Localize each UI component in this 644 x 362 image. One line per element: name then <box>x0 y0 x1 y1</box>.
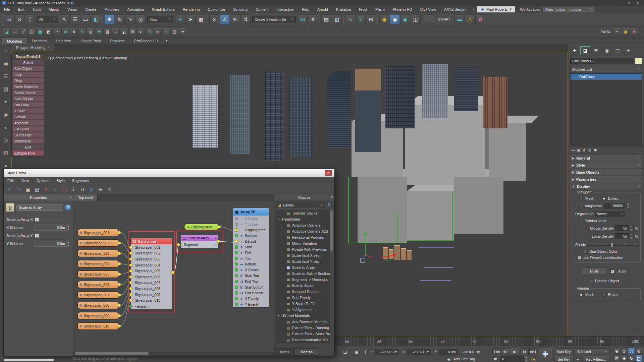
menu-item[interactable]: Krakatoa <box>332 7 355 11</box>
rappatools-button[interactable]: Select <box>12 60 44 65</box>
rollout-header-display[interactable]: ▼ Display ⠿ <box>570 183 643 189</box>
toolbar-icon[interactable]: ⊘ <box>14 14 24 24</box>
input-port[interactable] <box>235 268 238 272</box>
input-port[interactable] <box>235 291 238 295</box>
local-density-field[interactable]: 50 <box>615 233 629 239</box>
macro-list-item[interactable]: ▤ Hexagonal Padding <box>276 234 333 240</box>
x-subtract-field[interactable]: 0.0m <box>35 225 67 231</box>
input-port[interactable] <box>235 240 238 243</box>
input-port[interactable] <box>235 274 238 277</box>
spinner-arrows[interactable]: ▲▼ <box>67 225 70 231</box>
minimize-button[interactable]: ─ <box>614 1 623 6</box>
auto-key-button[interactable]: Auto Key <box>554 348 574 355</box>
menu-item[interactable]: Animation <box>123 7 148 11</box>
use-directx-checkbox[interactable]: ✓ <box>577 256 581 260</box>
railclone-box[interactable] <box>454 177 503 234</box>
explorer-icon[interactable]: ▥ <box>332 14 342 24</box>
transform-tool-icon[interactable]: ⇲ <box>125 14 135 24</box>
command-panel-tab[interactable]: ▢ <box>612 46 623 55</box>
macro-list-item[interactable]: ▤ Adv Random Material <box>276 319 333 325</box>
explorer-icon[interactable]: ▤ <box>321 14 331 24</box>
editor-icon[interactable]: ⊻ <box>356 14 366 24</box>
toolbar-icon[interactable]: ✿ <box>475 14 485 24</box>
left-strip-icon[interactable]: ◔ <box>1 47 10 55</box>
viewport-nav-icon[interactable]: ↻ <box>628 355 635 362</box>
rollout-header[interactable]: ▶ Base Objects ⠿ <box>570 169 643 175</box>
key-filters-button[interactable]: Key Filters... <box>582 356 610 362</box>
style-editor-titlebar[interactable]: Style Editor ✕ <box>4 169 334 177</box>
left-strip-icon[interactable]: ◉ <box>1 111 10 119</box>
skyscraper-model[interactable] <box>289 77 312 157</box>
skyscraper-model[interactable] <box>355 69 381 152</box>
disable-object-checkbox[interactable] <box>590 279 593 283</box>
y-coordinate-field[interactable]: -29.8719m <box>407 349 431 355</box>
rappatools-button[interactable]: Shrink Select <box>12 90 44 96</box>
viewport-label[interactable]: [+] [Perspective] [User Defined] [Defaul… <box>47 56 127 60</box>
macro-list-item[interactable]: ▤ Triangle Stacker <box>276 210 333 216</box>
ribbon-tab[interactable]: Freeform <box>27 38 52 44</box>
degrade-to-select[interactable]: Boxes▼ <box>595 211 625 217</box>
toolbar-icon[interactable]: ▬ <box>454 14 465 24</box>
toolbar-icon[interactable]: ⋈ <box>298 14 308 24</box>
prev-frame-button[interactable]: ◀❙ <box>501 348 509 355</box>
key-brush-icon[interactable]: ⌁ <box>575 355 580 362</box>
go-to-start-button[interactable]: ❙◀◀ <box>492 348 500 355</box>
ribbon-tool-icon[interactable]: ▦ <box>36 28 44 36</box>
node-canvas[interactable]: ❖ Skyscraper_001 ❖ Skyscraper_002 ❖ Skys… <box>73 201 274 352</box>
object-name-field[interactable]: RailClone002 <box>570 58 633 64</box>
output-port[interactable] <box>118 293 121 297</box>
macro-list-item[interactable]: ▤ Extract Tiles - Running... <box>276 325 333 331</box>
frame-spinner[interactable]: ▲▼ <box>524 356 528 362</box>
style-editor-tool-icon[interactable]: ↻ <box>87 185 95 193</box>
output-port[interactable] <box>118 324 121 328</box>
skyscraper-model[interactable] <box>385 66 415 128</box>
menu-item[interactable]: Prism <box>371 7 389 11</box>
style-editor-tool-icon[interactable]: ✓ <box>51 185 59 193</box>
viewport-nav-icon[interactable]: ⊕ <box>613 348 620 355</box>
transform-tool-icon[interactable]: ↻ <box>115 14 125 24</box>
ribbon-tool-icon[interactable]: ↯ <box>70 28 78 36</box>
toolbar-icon[interactable]: ∞ <box>4 14 14 24</box>
selection-filter-select[interactable]: All▼ <box>37 16 58 23</box>
render-icon[interactable]: ◉ <box>400 14 410 24</box>
input-port[interactable] <box>235 257 238 260</box>
style-editor-tool-icon[interactable]: ≣ <box>105 185 113 193</box>
segment-source-node[interactable]: ❖ Skyscraper_009 <box>77 312 119 319</box>
use-object-color-checkbox[interactable] <box>584 250 588 253</box>
ribbon-tab[interactable]: Selection <box>51 38 76 44</box>
rappatools-button[interactable]: Edit <box>12 144 44 150</box>
output-port[interactable] <box>118 273 121 276</box>
toolbar-icon[interactable]: ➤ <box>185 14 196 24</box>
maximize-button[interactable]: ❒ <box>624 1 633 6</box>
frame-step-arrows[interactable]: ◀▶ <box>493 357 498 360</box>
render-mesh-radio[interactable] <box>579 293 583 297</box>
macro-list-item[interactable]: ▤ Stepped Rotation <box>276 289 333 295</box>
menu-item[interactable]: Group <box>45 7 63 11</box>
stack-tool-icon[interactable]: ✱ <box>593 148 597 153</box>
snap-icon[interactable]: % <box>230 14 240 24</box>
ribbon-tool-icon[interactable]: ▢ <box>28 28 36 36</box>
menu-item[interactable]: Arnold <box>313 7 332 11</box>
macro-scrollbar[interactable] <box>330 210 333 343</box>
viewport-nav-icon[interactable]: ◱ <box>635 355 642 362</box>
rappatools-button[interactable]: Editable Poly <box>12 150 44 156</box>
para-icon[interactable]: ◉ <box>622 28 630 36</box>
ribbon-tool-icon[interactable]: ◢ <box>3 28 11 36</box>
macro-list-item[interactable]: ▾ UV and Materials <box>276 313 333 319</box>
menu-item[interactable]: AXYZ design <box>440 7 470 11</box>
style-editor-menu-item[interactable]: Style <box>53 179 68 183</box>
segment-source-node[interactable]: ❖ Skyscraper_010 <box>77 322 119 330</box>
segment-source-node[interactable]: ❖ Skyscraper_006 <box>77 281 119 288</box>
rollout-header[interactable]: ▶ Parameters ⠿ <box>570 176 643 182</box>
ribbon-config-icon[interactable]: ▼ <box>165 39 168 43</box>
input-port[interactable] <box>235 251 238 254</box>
set-key-button[interactable]: Set Key <box>554 356 574 362</box>
menu-overflow-chevron[interactable]: » <box>470 7 477 11</box>
railclone-box[interactable] <box>489 123 526 181</box>
polygon-modeling-panel[interactable]: Polygon Modeling▾ <box>11 44 54 51</box>
ribbon-tool-icon[interactable]: ⊟ <box>145 28 153 36</box>
style-editor-menu-item[interactable]: View <box>17 179 33 183</box>
macro-list-item[interactable]: ▤ Sub-Evenly <box>276 295 333 301</box>
input-port[interactable] <box>235 228 238 232</box>
output-port[interactable] <box>118 241 121 245</box>
